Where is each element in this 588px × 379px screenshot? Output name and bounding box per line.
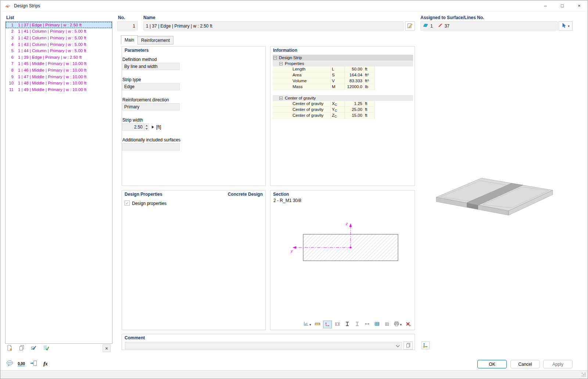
red-x-icon bbox=[405, 321, 411, 328]
info-group-row[interactable]: Center of gravity bbox=[273, 95, 413, 101]
list-item[interactable]: 71 | 45 | Middle | Primary | w : 10.00 f… bbox=[6, 61, 112, 67]
list-item[interactable]: 61 | 39 | Edge | Primary | w : 2.50 ft bbox=[6, 54, 112, 61]
comment-title: Comment bbox=[125, 335, 145, 340]
app-icon bbox=[5, 3, 11, 9]
design-strips-list[interactable]: 11 | 37 | Edge | Primary | w : 2.50 ft 2… bbox=[5, 21, 112, 344]
tab-main-label: Main bbox=[125, 37, 134, 43]
collapse-icon[interactable] bbox=[279, 62, 283, 65]
info-row-unit: ft bbox=[364, 66, 375, 72]
apply-defaults-button[interactable] bbox=[29, 360, 38, 368]
definition-method-field[interactable]: By line and width bbox=[122, 63, 180, 70]
tab-main[interactable]: Main bbox=[121, 35, 138, 44]
strip-type-label: Strip type bbox=[122, 77, 141, 82]
check-list-icon bbox=[43, 345, 49, 352]
copy-comment-button[interactable] bbox=[404, 342, 413, 350]
maximize-icon: □ bbox=[561, 3, 564, 8]
delete-strip-button[interactable]: × bbox=[103, 344, 111, 352]
info-row-value: 12000.0 bbox=[345, 84, 364, 90]
close-button[interactable]: × bbox=[571, 0, 588, 11]
new-strip-button[interactable] bbox=[6, 344, 14, 352]
reinforcement-direction-label: Reinforcement direction bbox=[122, 97, 169, 102]
parameters-title: Parameters bbox=[125, 48, 148, 53]
comment-bubble-button[interactable] bbox=[5, 360, 14, 368]
design-properties-panel: Design Properties Concrete Design ✓ Desi… bbox=[122, 190, 266, 330]
information-panel: Information Design Strip Properties Leng… bbox=[270, 46, 415, 186]
list-item[interactable]: 11 | 37 | Edge | Primary | w : 2.50 ft bbox=[6, 22, 112, 28]
info-row-label: Volume bbox=[273, 78, 331, 84]
list-item-label: 1 | 49 | Middle | Primary | w : 10.00 ft bbox=[15, 87, 86, 92]
coordinate-system-button[interactable] bbox=[422, 341, 430, 349]
section-outline-button[interactable] bbox=[343, 321, 352, 328]
design-strips-dialog: Design Strips – □ × List 11 | 37 | Edge … bbox=[0, 0, 588, 379]
print-button[interactable]: ▾ bbox=[392, 321, 403, 328]
apply-button[interactable]: Apply bbox=[543, 360, 573, 368]
select-objects-button[interactable]: ▾ bbox=[559, 21, 573, 30]
axis-z-label: z bbox=[346, 221, 348, 226]
principal-axes-button[interactable] bbox=[323, 321, 332, 328]
copy-strip-button[interactable] bbox=[18, 344, 26, 352]
list-item[interactable]: 81 | 46 | Middle | Primary | w : 10.00 f… bbox=[6, 67, 112, 73]
info-row-symbol: Y bbox=[332, 107, 335, 112]
spin-down-button[interactable] bbox=[144, 127, 149, 130]
spin-up-button[interactable] bbox=[144, 124, 149, 127]
reinforcement-direction-field[interactable]: Primary bbox=[122, 103, 180, 111]
strip-type-field[interactable]: Edge bbox=[122, 83, 180, 90]
resize-grip[interactable] bbox=[582, 373, 582, 373]
display-mode-button[interactable]: ▾ bbox=[302, 321, 312, 328]
additional-surfaces-field[interactable] bbox=[122, 143, 180, 151]
dropdown-icon: ▾ bbox=[309, 323, 311, 326]
cancel-button[interactable]: Cancel bbox=[510, 360, 540, 368]
collapse-icon[interactable] bbox=[273, 56, 277, 59]
name-field[interactable]: 1 | 37 | Edge | Primary | w : 2.50 ft bbox=[143, 21, 404, 30]
expand-width-options-button[interactable] bbox=[152, 126, 154, 129]
list-item-label: 1 | 44 | Column | Primary | w : 5.00 ft bbox=[15, 48, 86, 53]
comment-input[interactable] bbox=[125, 342, 402, 349]
list-item[interactable]: 91 | 47 | Middle | Primary | w : 10.00 f… bbox=[6, 73, 112, 80]
info-root-row[interactable]: Design Strip bbox=[273, 55, 413, 61]
information-title: Information bbox=[273, 48, 297, 53]
select-strip-button[interactable] bbox=[30, 344, 38, 352]
collapse-icon[interactable] bbox=[279, 97, 283, 100]
dimension-values-button[interactable] bbox=[363, 321, 372, 328]
grid-table-button[interactable] bbox=[373, 321, 381, 328]
info-row-unit: ft bbox=[364, 107, 375, 113]
list-item[interactable]: 21 | 41 | Column | Primary | w : 5.00 ft bbox=[6, 28, 112, 35]
section-outline-light-button[interactable] bbox=[353, 321, 362, 328]
speech-bubble-icon bbox=[6, 360, 13, 368]
reset-section-button[interactable] bbox=[404, 321, 413, 328]
list-item-number: 5 bbox=[6, 48, 15, 53]
strip-width-field[interactable]: 2.50 bbox=[122, 123, 149, 131]
section-drawing bbox=[270, 191, 415, 330]
strip-width-spinner bbox=[144, 124, 149, 130]
rename-button[interactable] bbox=[405, 21, 415, 30]
select-all-button[interactable] bbox=[42, 344, 50, 352]
spin-up-icon bbox=[146, 125, 148, 126]
list-item-label: 1 | 39 | Edge | Primary | w : 2.50 ft bbox=[15, 55, 82, 59]
list-item-label: 1 | 46 | Middle | Primary | w : 10.00 ft bbox=[15, 68, 86, 72]
slab-3d-model bbox=[419, 167, 574, 232]
list-item[interactable]: 51 | 44 | Column | Primary | w : 5.00 ft bbox=[6, 47, 112, 54]
info-group-row[interactable]: Properties bbox=[273, 61, 413, 66]
maximize-button[interactable]: □ bbox=[554, 0, 571, 11]
list-item-label: 1 | 41 | Column | Primary | w : 5.00 ft bbox=[15, 29, 86, 33]
minimize-button[interactable]: – bbox=[537, 0, 554, 11]
stress-points-button[interactable] bbox=[333, 321, 342, 328]
list-toolbar bbox=[6, 344, 50, 352]
model-view[interactable] bbox=[419, 46, 572, 350]
units-button[interactable]: 0,00 bbox=[17, 360, 26, 368]
tab-reinforcement[interactable]: Reinforcement bbox=[137, 36, 173, 44]
values-table-button[interactable] bbox=[383, 321, 391, 328]
minimize-icon: – bbox=[544, 3, 546, 8]
list-item[interactable]: 41 | 43 | Column | Primary | w : 5.00 ft bbox=[6, 41, 112, 48]
list-item[interactable]: 111 | 49 | Middle | Primary | w : 10.00 … bbox=[6, 86, 112, 93]
design-properties-title: Design Properties bbox=[125, 192, 162, 197]
formula-button[interactable]: fx bbox=[41, 360, 50, 368]
list-item[interactable]: 101 | 48 | Middle | Primary | w : 10.00 … bbox=[6, 80, 112, 86]
ok-button[interactable]: OK bbox=[477, 360, 507, 368]
info-row: Area S 164.04 ft² bbox=[273, 72, 413, 78]
no-field: 1 bbox=[117, 21, 138, 30]
design-properties-checkbox[interactable]: ✓ bbox=[125, 201, 130, 206]
list-item[interactable]: 31 | 42 | Column | Primary | w : 5.00 ft bbox=[6, 35, 112, 41]
dimension-lines-button[interactable] bbox=[313, 321, 322, 328]
assigned-field[interactable]: 1 37 bbox=[420, 21, 558, 30]
